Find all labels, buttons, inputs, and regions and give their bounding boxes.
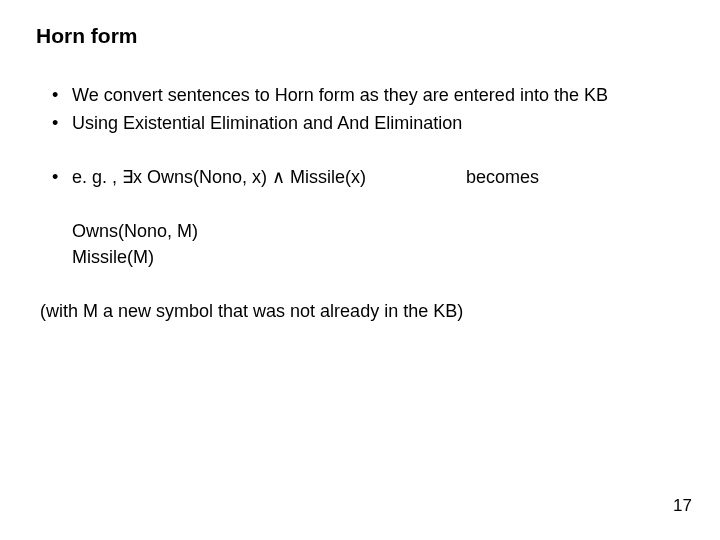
example-becomes: becomes bbox=[466, 164, 539, 190]
bullet-list: We convert sentences to Horn form as the… bbox=[28, 82, 692, 190]
result-block: Owns(Nono, M) Missile(M) bbox=[28, 218, 692, 270]
footnote: (with M a new symbol that was not alread… bbox=[40, 298, 692, 324]
slide-title: Horn form bbox=[36, 24, 692, 48]
result-line: Missile(M) bbox=[72, 244, 692, 270]
result-line: Owns(Nono, M) bbox=[72, 218, 692, 244]
example-expression: e. g. , ∃x Owns(Nono, x) ∧ Missile(x) bbox=[72, 164, 366, 190]
bullet-item: e. g. , ∃x Owns(Nono, x) ∧ Missile(x) be… bbox=[52, 164, 692, 190]
slide: Horn form We convert sentences to Horn f… bbox=[0, 0, 720, 540]
bullet-item: We convert sentences to Horn form as the… bbox=[52, 82, 692, 108]
page-number: 17 bbox=[673, 496, 692, 516]
bullet-item: Using Existential Elimination and And El… bbox=[52, 110, 692, 136]
